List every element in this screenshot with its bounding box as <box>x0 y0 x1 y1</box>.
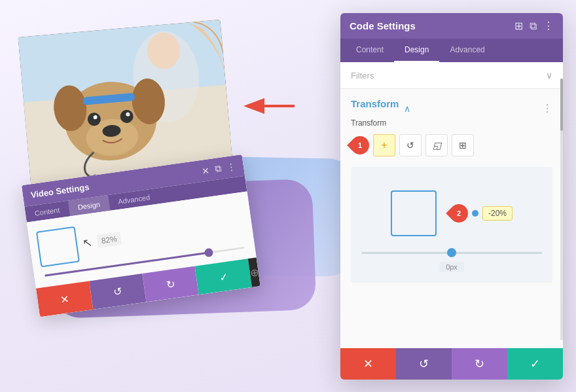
cs-v-value-label: 0px <box>439 262 464 272</box>
vs-box-preview <box>36 226 80 268</box>
left-panel-wrapper: Video Settings ✕ ⧉ ⋮ Content Design Adva… <box>2 10 287 317</box>
cs-tabs: Content Design Advanced <box>340 39 563 62</box>
cs-scrollbar-thumb[interactable] <box>560 79 563 131</box>
cs-tab-advanced[interactable]: Advanced <box>439 39 495 62</box>
cs-redo-button[interactable]: ↻ <box>452 348 507 380</box>
cs-preview-box <box>391 190 437 236</box>
cs-transform-label: Transform <box>351 118 552 128</box>
cs-badge-1-label: 1 <box>358 141 362 149</box>
vs-expand-icon[interactable]: ⧉ <box>214 163 222 175</box>
cs-transform-chevron-up[interactable]: ∧ <box>404 103 410 114</box>
cs-h-slider-track[interactable] <box>361 252 542 254</box>
cs-save-button[interactable]: ✓ <box>507 348 563 380</box>
cs-transform-section: Transform ∧ ⋮ Transform 1 + ↺ <box>340 89 563 300</box>
cs-transform-visual: 2 -20% 0px <box>351 167 552 283</box>
cs-icon-grid[interactable]: ⊞ <box>514 20 523 32</box>
cs-value-dot <box>472 210 478 217</box>
cs-body: Filters ∨ Transform ∧ ⋮ Transform 1 <box>340 62 563 348</box>
cs-scale-button[interactable]: ⊞ <box>452 134 474 156</box>
cs-filters-label: Filters <box>351 71 374 80</box>
cs-cancel-button[interactable]: ✕ <box>340 348 396 380</box>
cs-h-value-tag[interactable]: -20% <box>482 206 513 221</box>
cs-title: Code Settings <box>350 20 416 31</box>
cs-badge-1: 1 <box>347 132 373 158</box>
cs-transform-title: Transform <box>351 98 399 109</box>
cs-scrollbar[interactable] <box>560 79 563 340</box>
cs-transform-title-row: Transform ∧ ⋮ <box>351 98 552 118</box>
cs-footer: ✕ ↺ ↻ ✓ <box>340 348 563 380</box>
cs-badge-2: 2 <box>446 200 472 226</box>
vs-slider-thumb[interactable] <box>204 248 213 258</box>
cs-translate-button[interactable]: + <box>373 134 395 156</box>
cs-h-slider: 0px <box>361 252 542 272</box>
cs-tab-content[interactable]: Content <box>346 39 394 62</box>
cs-badge-2-label: 2 <box>457 209 461 217</box>
cs-rotate-icon: ↺ <box>406 140 414 151</box>
cs-scale-icon: ⊞ <box>459 140 467 151</box>
cs-undo-button[interactable]: ↺ <box>396 348 452 380</box>
vs-minimize-icon[interactable]: ✕ <box>201 165 210 177</box>
vs-percent-value: 82% <box>96 232 121 248</box>
vs-title: Video Settings <box>30 182 90 200</box>
cs-h-slider-thumb[interactable] <box>447 248 456 257</box>
arrow <box>242 95 301 118</box>
cs-rotate-button[interactable]: ↺ <box>399 134 422 156</box>
cs-tab-design[interactable]: Design <box>394 39 439 62</box>
cs-icon-menu[interactable]: ⋮ <box>543 20 554 32</box>
right-panel: Code Settings ⊞ ⧉ ⋮ Content Design Advan… <box>340 13 563 380</box>
cs-box-area: 2 -20% <box>391 190 513 236</box>
cs-skew-button[interactable]: ◱ <box>425 134 448 156</box>
cs-filters-section[interactable]: Filters ∨ <box>340 62 563 89</box>
vs-menu-icon[interactable]: ⋮ <box>226 161 236 173</box>
cs-header: Code Settings ⊞ ⧉ ⋮ <box>340 13 563 39</box>
cs-header-icons: ⊞ ⧉ ⋮ <box>514 20 554 32</box>
vs-header-icons: ✕ ⧉ ⋮ <box>201 161 236 177</box>
cs-plus-icon: + <box>381 139 387 151</box>
cs-skew-icon: ◱ <box>433 140 441 151</box>
vs-cursor-icon: ↖ <box>82 235 94 251</box>
cs-transform-controls: 1 + ↺ ◱ ⊞ <box>351 134 552 156</box>
cs-filters-chevron: ∨ <box>546 70 552 80</box>
cs-badge-2-wrapper: 2 -20% <box>450 204 513 223</box>
cs-transform-menu-icon[interactable]: ⋮ <box>542 102 552 115</box>
cs-icon-layout[interactable]: ⧉ <box>530 20 537 32</box>
